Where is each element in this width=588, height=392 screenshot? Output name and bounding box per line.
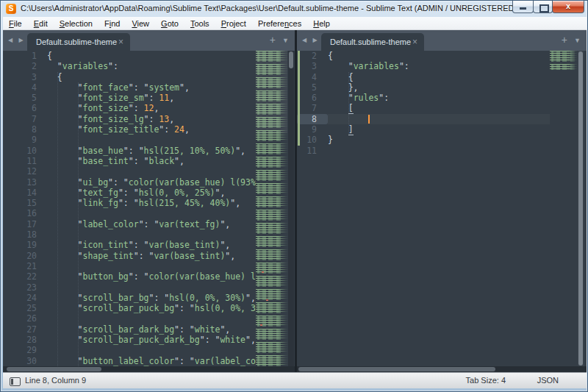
line-number: 4 xyxy=(3,82,47,93)
menu-item-edit[interactable]: Edit xyxy=(28,18,54,29)
code-line[interactable]: "button_label_color": "var(label_color)"… xyxy=(47,356,256,366)
menu-item-file[interactable]: File xyxy=(3,18,28,29)
horizontal-scrollbar-puck[interactable] xyxy=(298,367,495,371)
code-line[interactable]: "font_size": 12, xyxy=(47,103,256,113)
line-number: 12 xyxy=(3,166,47,177)
vertical-scrollbar[interactable] xyxy=(578,51,584,366)
tab-default-sublime-theme[interactable]: Default.sublime-theme × xyxy=(321,33,424,51)
code-line[interactable]: { xyxy=(47,72,256,82)
horizontal-scrollbar[interactable] xyxy=(297,366,587,372)
menu-item-view[interactable]: View xyxy=(126,18,155,29)
line-number: 11 xyxy=(297,146,328,156)
line-number: 7 xyxy=(3,114,47,124)
tab-bar: ◀ ▶ Default.sublime-theme × + ▼ xyxy=(3,30,295,51)
code-editor[interactable]: 1234567891011121314151617181920212223242… xyxy=(3,51,295,366)
code-line[interactable]: "text_fg": "hsl(0, 0%, 25%)", xyxy=(47,188,256,198)
minimap-viewport xyxy=(256,51,287,133)
tab-overflow-icon[interactable]: ▼ xyxy=(574,37,581,44)
menu-item-help[interactable]: Help xyxy=(307,18,336,29)
code-line[interactable] xyxy=(47,261,256,271)
code-line[interactable]: "base_tint": "black", xyxy=(47,156,256,166)
code-line[interactable]: "scroll_bar_puck_dark_bg": "white", xyxy=(47,335,256,345)
horizontal-scrollbar[interactable] xyxy=(3,366,295,372)
window-title: C:\Users\Administrator\AppData\Roaming\S… xyxy=(21,4,517,13)
code-line[interactable]: "shape_tint": "var(base_tint)", xyxy=(47,251,256,261)
code-line[interactable]: "font_size_sm": 11, xyxy=(47,93,256,103)
line-number: 16 xyxy=(3,208,47,218)
code-line[interactable]: [ xyxy=(328,103,550,113)
minimap[interactable] xyxy=(256,51,287,366)
maximize-icon xyxy=(539,4,549,13)
code-line[interactable] xyxy=(47,208,256,218)
cursor-position-status[interactable]: Line 8, Column 9 xyxy=(25,376,86,385)
tab-default-sublime-theme[interactable]: Default.sublime-theme × xyxy=(27,33,130,51)
menu-item-project[interactable]: Project xyxy=(215,18,252,29)
menu-item-goto[interactable]: Goto xyxy=(155,18,184,29)
minimap-content xyxy=(550,51,577,70)
code-line[interactable]: "icon_tint": "var(base_tint)", xyxy=(47,240,256,250)
code-line[interactable]: "scroll_bar_bg": "hsl(0, 0%, 30%)", xyxy=(47,293,256,303)
code-line[interactable] xyxy=(47,135,256,145)
line-number: 18 xyxy=(3,229,47,240)
new-tab-icon[interactable]: + xyxy=(562,35,567,45)
code-line[interactable]: "ui_bg": "color(var(base_hue) l(93%))", xyxy=(47,177,256,188)
tab-size-status[interactable]: Tab Size: 4 xyxy=(466,376,506,385)
minimap[interactable] xyxy=(550,51,577,70)
syntax-status[interactable]: JSON xyxy=(537,376,559,385)
vertical-scrollbar[interactable] xyxy=(288,51,294,366)
line-number: 7 xyxy=(297,103,328,113)
code-line[interactable] xyxy=(47,282,256,293)
menu-item-tools[interactable]: Tools xyxy=(184,18,215,29)
tab-scroll-arrows-icon[interactable]: ◀ ▶ xyxy=(302,37,321,44)
horizontal-scrollbar-puck[interactable] xyxy=(7,367,101,371)
tab-close-icon[interactable]: × xyxy=(118,37,123,47)
code-line[interactable] xyxy=(47,345,256,355)
code-line[interactable] xyxy=(47,229,256,240)
vertical-scrollbar-puck[interactable] xyxy=(289,51,293,68)
code-line[interactable]: "scroll_bar_puck_bg": "hsl(0, 0%, 30%)", xyxy=(47,303,256,313)
code-line[interactable]: "font_size_lg": 13, xyxy=(47,114,256,124)
code-line[interactable]: "scroll_bar_dark_bg": "white", xyxy=(47,324,256,335)
tab-scroll-arrows-icon[interactable]: ◀ ▶ xyxy=(8,37,27,44)
line-number: 2 xyxy=(297,51,328,61)
menu-item-find[interactable]: Find xyxy=(98,18,126,29)
menu-item-selection[interactable]: Selection xyxy=(54,18,98,29)
code-line[interactable]: ] xyxy=(328,124,550,135)
close-button[interactable]: x xyxy=(552,1,584,13)
line-number: 11 xyxy=(3,156,47,166)
code-line[interactable]: }, xyxy=(328,82,550,93)
code-editor[interactable]: 234567891011 { "variables": { }, "rules"… xyxy=(297,51,587,366)
code-line[interactable]: { xyxy=(47,51,256,61)
code-lines[interactable]: { "variables": { }, "rules": [ ]} xyxy=(328,51,550,366)
code-line[interactable] xyxy=(47,313,256,324)
minimap-color-speck xyxy=(260,324,262,326)
line-number: 27 xyxy=(3,324,47,335)
code-line[interactable]: "label_color": "var(text_fg)", xyxy=(47,219,256,229)
maximize-button[interactable] xyxy=(533,1,553,13)
code-line[interactable]: "link_fg": "hsl(215, 45%, 40%)", xyxy=(47,198,256,208)
close-icon: x xyxy=(553,1,584,10)
code-line[interactable]: "variables": xyxy=(328,61,550,71)
line-number: 5 xyxy=(3,93,47,103)
code-line[interactable]: "rules": xyxy=(328,93,550,103)
tab-overflow-icon[interactable]: ▼ xyxy=(282,37,289,44)
line-number: 3 xyxy=(3,72,47,82)
code-line[interactable]: "font_face": "system", xyxy=(47,82,256,93)
status-panel-icon[interactable] xyxy=(10,377,21,386)
code-line[interactable]: } xyxy=(328,135,550,145)
code-line[interactable] xyxy=(328,146,550,156)
minimize-button[interactable] xyxy=(512,1,534,13)
new-tab-icon[interactable]: + xyxy=(270,35,276,45)
code-line[interactable]: { xyxy=(328,51,550,61)
code-line[interactable] xyxy=(47,166,256,177)
code-line[interactable]: "variables": xyxy=(47,61,256,71)
code-line[interactable]: "font_size_title": 24, xyxy=(47,124,256,135)
code-line[interactable]: { xyxy=(328,72,550,82)
code-line[interactable]: "button_bg": "color(var(base_hue) l(98%)… xyxy=(47,271,256,282)
code-line[interactable] xyxy=(328,114,550,124)
tab-close-icon[interactable]: × xyxy=(412,37,417,47)
vertical-scrollbar-puck[interactable] xyxy=(578,51,583,366)
code-lines[interactable]: { "variables": { "font_face": "system", … xyxy=(47,51,256,366)
menu-item-preferences[interactable]: Preferences xyxy=(252,18,307,29)
code-line[interactable]: "base_hue": "hsl(215, 10%, 50%)", xyxy=(47,146,256,156)
